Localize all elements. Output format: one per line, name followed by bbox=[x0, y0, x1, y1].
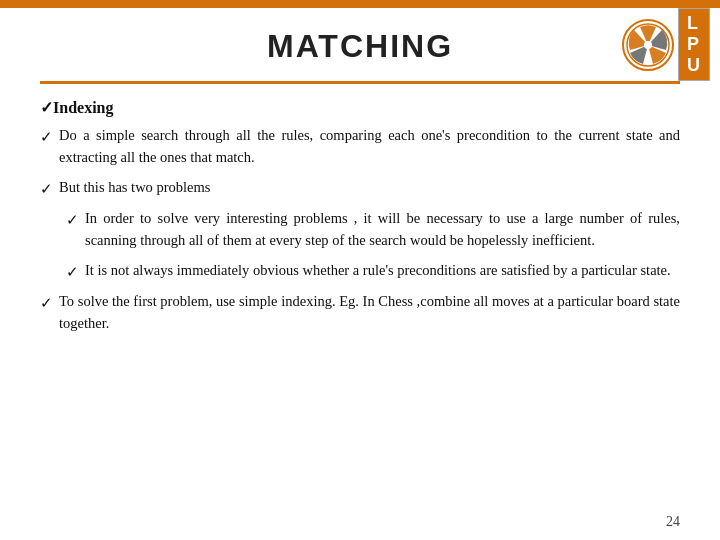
checkmark-icon-5: ✓ bbox=[40, 292, 53, 315]
sub-bullet-in-order: ✓ In order to solve very interesting pro… bbox=[66, 208, 680, 252]
main-content: MATCHING ✓Indexing ✓ Do a simple search … bbox=[0, 8, 720, 540]
bullet-do-text: Do a simple search through all the rules… bbox=[59, 125, 680, 169]
bullet-to-solve-text: To solve the first problem, use simple i… bbox=[59, 291, 680, 335]
top-bar bbox=[0, 0, 720, 8]
checkmark-icon: ✓ bbox=[40, 126, 53, 149]
sub-bullet-it-is: ✓ It is not always immediately obvious w… bbox=[66, 260, 680, 284]
checkmark-icon-3: ✓ bbox=[66, 209, 79, 232]
sub-bullet-in-order-text: In order to solve very interesting probl… bbox=[85, 208, 680, 252]
page-title: MATCHING bbox=[40, 28, 680, 65]
bullet-but: ✓ But this has two problems bbox=[40, 177, 680, 201]
section-heading-indexing: ✓Indexing bbox=[40, 98, 680, 117]
checkmark-icon-2: ✓ bbox=[40, 178, 53, 201]
sub-bullets-container: ✓ In order to solve very interesting pro… bbox=[66, 208, 680, 283]
checkmark-icon-4: ✓ bbox=[66, 261, 79, 284]
title-underline bbox=[40, 81, 680, 84]
sub-bullet-it-is-text: It is not always immediately obvious whe… bbox=[85, 260, 680, 282]
bullet-to-solve: ✓ To solve the first problem, use simple… bbox=[40, 291, 680, 335]
bullet-but-text: But this has two problems bbox=[59, 177, 680, 199]
bullet-do: ✓ Do a simple search through all the rul… bbox=[40, 125, 680, 169]
page-number: 24 bbox=[666, 514, 680, 530]
